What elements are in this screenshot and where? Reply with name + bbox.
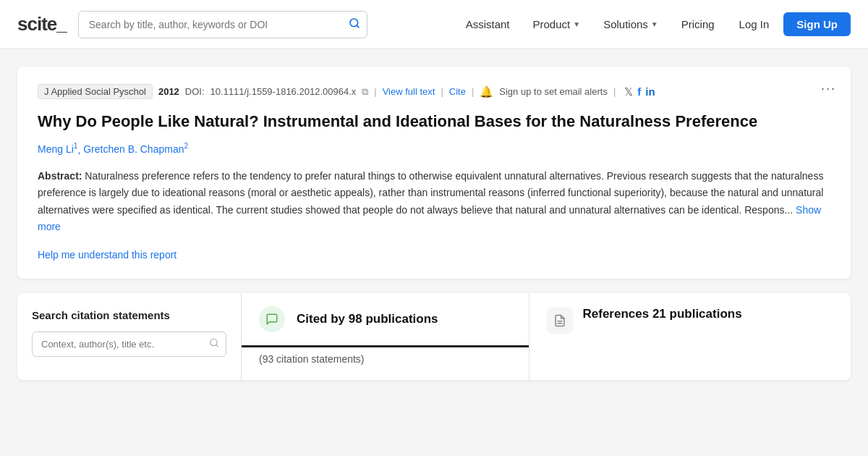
references-panel[interactable]: References 21 publications (529, 293, 851, 380)
doi-value: 10.1111/j.1559-1816.2012.00964.x (210, 86, 357, 97)
separator-1: | (374, 86, 376, 97)
alert-text[interactable]: Sign up to set email alerts (499, 86, 608, 97)
view-full-text-link[interactable]: View full text (383, 86, 435, 97)
separator-4: | (613, 86, 616, 97)
svg-line-3 (216, 345, 218, 347)
meta-bar: J Applied Social Pyschol 2012 DOI: 10.11… (38, 84, 830, 99)
product-chevron-icon: ▼ (573, 20, 580, 28)
logo-text: scite_ (17, 13, 67, 35)
search-bar (78, 11, 367, 38)
abstract: Abstract: Naturalness preference refers … (38, 168, 830, 235)
article-card: ··· J Applied Social Pyschol 2012 DOI: 1… (17, 67, 851, 279)
more-options-button[interactable]: ··· (821, 81, 836, 96)
login-button[interactable]: Log In (728, 12, 781, 36)
citation-search-input[interactable] (32, 332, 226, 357)
nav-assistant[interactable]: Assistant (456, 12, 520, 36)
abstract-label: Abstract: (38, 170, 82, 182)
citation-search-icon (209, 338, 219, 350)
cited-by-icon (259, 306, 285, 332)
author-2[interactable]: Gretchen B. Chapman2 (83, 143, 188, 155)
article-year: 2012 (158, 86, 179, 97)
cite-link[interactable]: Cite (449, 86, 466, 97)
cited-by-label: Cited by 98 publications (297, 312, 438, 326)
nav-pricing[interactable]: Pricing (671, 12, 725, 36)
citation-search-wrap (32, 332, 226, 357)
references-icon (547, 308, 573, 334)
references-label: References 21 publications (583, 306, 742, 322)
authors[interactable]: Meng Li1, Gretchen B. Chapman2 (38, 143, 830, 156)
twitter-icon[interactable]: 𝕏 (624, 85, 633, 98)
cited-by-tab[interactable]: Cited by 98 publications (242, 293, 529, 347)
author-1[interactable]: Meng Li1 (38, 143, 77, 155)
search-icon (349, 17, 360, 32)
nav: Assistant Product ▼ Solutions ▼ Pricing … (456, 12, 851, 36)
bottom-section: Search citation statements Cited by 98 p (17, 293, 851, 380)
journal-badge: J Applied Social Pyschol (38, 84, 153, 99)
nav-product[interactable]: Product ▼ (523, 12, 591, 36)
svg-line-1 (357, 25, 359, 28)
social-icons: 𝕏 f in (624, 85, 655, 98)
bell-icon: 🔔 (480, 85, 493, 98)
search-citations-panel: Search citation statements (17, 293, 242, 380)
facebook-icon[interactable]: f (637, 85, 641, 98)
doi-label: DOI: (185, 86, 205, 97)
logo[interactable]: scite_ (17, 13, 67, 35)
search-citations-title: Search citation statements (32, 309, 226, 321)
search-input[interactable] (78, 11, 367, 38)
nav-solutions[interactable]: Solutions ▼ (593, 12, 668, 36)
separator-2: | (441, 86, 443, 97)
header: scite_ Assistant Product ▼ Solutions ▼ P… (0, 0, 868, 49)
citation-statements: (93 citation statements) (242, 347, 529, 371)
help-link[interactable]: Help me understand this report (38, 249, 176, 261)
signup-button[interactable]: Sign Up (783, 12, 851, 36)
cited-by-panel: Cited by 98 publications (93 citation st… (242, 293, 529, 380)
abstract-text: Naturalness preference refers to the ten… (38, 170, 823, 215)
separator-3: | (472, 86, 474, 97)
main-content: ··· J Applied Social Pyschol 2012 DOI: 1… (0, 49, 868, 397)
linkedin-icon[interactable]: in (645, 85, 655, 98)
solutions-chevron-icon: ▼ (651, 20, 658, 28)
copy-doi-icon[interactable]: ⧉ (362, 86, 368, 98)
article-title: Why Do People Like Natural? Instrumental… (38, 111, 830, 132)
